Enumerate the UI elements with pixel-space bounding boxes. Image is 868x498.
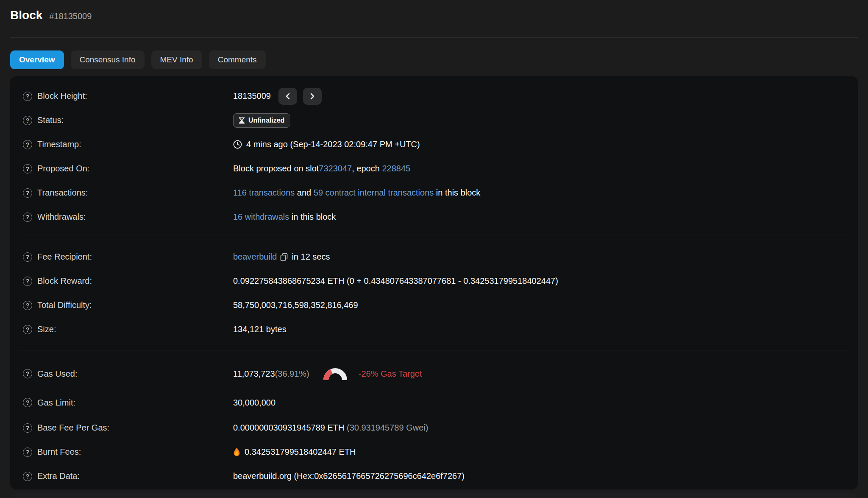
- row-label: Timestamp:: [37, 140, 81, 149]
- row-gas-used: ? Gas Used: 11,073,723 (36.91%) -26% Gas…: [23, 358, 845, 389]
- tab-mev-info[interactable]: MEV Info: [151, 50, 202, 69]
- row-label: Status:: [37, 115, 64, 125]
- help-icon[interactable]: ?: [23, 301, 32, 310]
- row-transactions: ? Transactions: 116 transactions and 59 …: [23, 181, 845, 205]
- clock-icon: [233, 140, 242, 149]
- epoch-link[interactable]: 228845: [382, 164, 410, 173]
- fee-recipient-time: in 12 secs: [292, 252, 330, 262]
- size-value: 134,121 bytes: [233, 325, 287, 334]
- row-label: Gas Used:: [37, 369, 77, 379]
- help-icon[interactable]: ?: [23, 369, 32, 378]
- row-label: Block Height:: [37, 91, 87, 101]
- help-icon[interactable]: ?: [23, 448, 32, 457]
- fee-recipient-link[interactable]: beaverbuild: [233, 252, 277, 262]
- tab-bar: Overview Consensus Info MEV Info Comment…: [10, 50, 858, 69]
- row-label: Withdrawals:: [37, 212, 86, 222]
- row-label: Proposed On:: [37, 164, 89, 173]
- page-header: Block #18135009: [10, 0, 858, 25]
- help-icon[interactable]: ?: [23, 92, 32, 101]
- row-burnt-fees: ? Burnt Fees: 0.342531799518402447 ETH: [23, 440, 845, 464]
- row-label: Size:: [37, 325, 56, 334]
- flame-icon: [233, 448, 240, 457]
- withdrawals-text: in this block: [289, 212, 336, 222]
- row-withdrawals: ? Withdrawals: 16 withdrawals in this bl…: [23, 205, 845, 229]
- copy-icon: [280, 253, 288, 261]
- row-block-height: ? Block Height: 18135009: [23, 84, 845, 108]
- help-icon[interactable]: ?: [23, 398, 32, 407]
- total-difficulty-value: 58,750,003,716,598,352,816,469: [233, 300, 358, 310]
- base-fee-gwei: (30.931945789 Gwei): [347, 423, 428, 433]
- base-fee-value: 0.000000030931945789 ETH: [233, 423, 347, 433]
- block-height-value: 18135009: [233, 91, 271, 101]
- block-reward-value: 0.092275843868675234 ETH (0 + 0.43480764…: [233, 276, 558, 286]
- gas-used-percent: (36.91%): [275, 369, 309, 379]
- burnt-fees-value: 0.342531799518402447 ETH: [245, 447, 356, 457]
- help-icon[interactable]: ?: [23, 252, 32, 262]
- row-size: ? Size: 134,121 bytes: [23, 317, 845, 341]
- transactions-link[interactable]: 116 transactions: [233, 188, 295, 198]
- help-icon[interactable]: ?: [23, 164, 32, 173]
- tab-overview[interactable]: Overview: [10, 50, 64, 69]
- help-icon[interactable]: ?: [23, 325, 32, 334]
- help-icon[interactable]: ?: [23, 140, 32, 149]
- row-gas-limit: ? Gas Limit: 30,000,000: [23, 389, 845, 416]
- help-icon[interactable]: ?: [23, 472, 32, 481]
- block-number: #18135009: [49, 8, 92, 25]
- row-fee-recipient: ? Fee Recipient: beaverbuild in 12 secs: [23, 245, 845, 269]
- overview-card: ? Block Height: 18135009 ? Status:: [10, 76, 858, 490]
- withdrawals-link[interactable]: 16 withdrawals: [233, 212, 289, 222]
- chevron-right-icon: [310, 92, 315, 100]
- row-label: Base Fee Per Gas:: [37, 423, 109, 433]
- row-total-difficulty: ? Total Difficulty: 58,750,003,716,598,3…: [23, 293, 845, 317]
- row-block-reward: ? Block Reward: 0.092275843868675234 ETH…: [23, 269, 845, 293]
- gas-limit-value: 30,000,000: [233, 398, 275, 408]
- gas-used-value: 11,073,723: [233, 369, 275, 379]
- row-label: Transactions:: [37, 188, 88, 198]
- help-icon[interactable]: ?: [23, 277, 32, 286]
- row-label: Gas Limit:: [37, 398, 75, 408]
- next-block-button[interactable]: [303, 88, 322, 105]
- transactions-text: and: [295, 188, 313, 198]
- section-divider: [17, 350, 851, 350]
- help-icon[interactable]: ?: [23, 188, 32, 198]
- chevron-left-icon: [285, 92, 290, 100]
- status-badge: Unfinalized: [233, 113, 290, 128]
- slot-link[interactable]: 7323047: [319, 164, 352, 173]
- row-proposed-on: ? Proposed On: Block proposed on slot 73…: [23, 157, 845, 181]
- transactions-text: in this block: [434, 188, 480, 198]
- row-label: Fee Recipient:: [37, 252, 92, 262]
- status-badge-label: Unfinalized: [248, 117, 284, 124]
- tab-comments[interactable]: Comments: [209, 50, 266, 69]
- gas-target-delta: -26% Gas Target: [359, 369, 422, 379]
- internal-transactions-link[interactable]: 59 contract internal transactions: [314, 188, 434, 198]
- gas-gauge: [323, 366, 348, 381]
- header-divider: [10, 37, 858, 38]
- previous-block-button[interactable]: [278, 88, 297, 105]
- proposed-on-text: , epoch: [352, 164, 382, 173]
- block-page: Block #18135009 Overview Consensus Info …: [0, 0, 868, 498]
- tab-consensus-info[interactable]: Consensus Info: [71, 50, 145, 69]
- row-base-fee: ? Base Fee Per Gas: 0.000000030931945789…: [23, 416, 845, 440]
- section-divider: [17, 237, 851, 237]
- timestamp-value: 4 mins ago (Sep-14-2023 02:09:47 PM +UTC…: [246, 140, 420, 149]
- row-status: ? Status: Unfinalized: [23, 108, 845, 132]
- hourglass-icon: [239, 117, 245, 124]
- proposed-on-text: Block proposed on slot: [233, 164, 319, 173]
- help-icon[interactable]: ?: [23, 213, 32, 222]
- extra-data-value: beaverbuild.org (Hex:0x62656176657262756…: [233, 471, 465, 481]
- page-title: Block: [10, 7, 42, 24]
- row-label: Block Reward:: [37, 276, 92, 286]
- row-label: Extra Data:: [37, 471, 80, 481]
- row-extra-data: ? Extra Data: beaverbuild.org (Hex:0x626…: [23, 464, 845, 488]
- copy-address-button[interactable]: [280, 253, 288, 261]
- next-card-edge: [10, 493, 858, 498]
- help-icon[interactable]: ?: [23, 423, 32, 433]
- row-timestamp: ? Timestamp: 4 mins ago (Sep-14-2023 02:…: [23, 132, 845, 157]
- row-label: Burnt Fees:: [37, 447, 81, 457]
- row-label: Total Difficulty:: [37, 300, 92, 310]
- help-icon[interactable]: ?: [23, 116, 32, 125]
